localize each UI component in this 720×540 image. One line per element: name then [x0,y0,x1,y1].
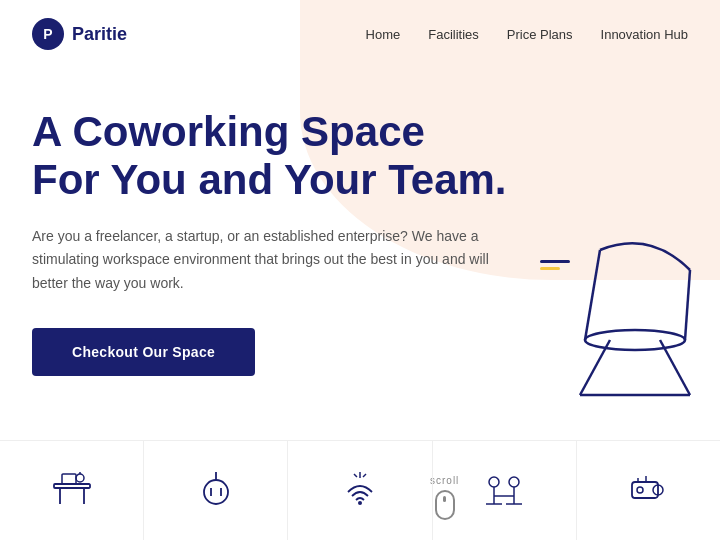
main-nav: Home Facilities Price Plans Innovation H… [366,27,688,42]
nav-home[interactable]: Home [366,27,401,42]
svg-rect-27 [632,482,658,498]
hero-section: A Coworking Space For You and Your Team.… [0,68,720,376]
feature-team [433,441,577,540]
power-icon [198,470,234,511]
wifi-icon [342,470,378,511]
desk-icon [52,470,92,511]
feature-strip [0,440,720,540]
feature-wifi [288,441,432,540]
svg-point-16 [358,501,362,505]
nav-facilities[interactable]: Facilities [428,27,479,42]
svg-line-19 [363,474,366,477]
svg-point-20 [489,477,499,487]
header: P Paritie Home Facilities Price Plans In… [0,0,720,68]
svg-point-21 [509,477,519,487]
feature-power [144,441,288,540]
svg-point-12 [204,480,228,504]
logo-icon: P [32,18,64,50]
feature-projector [577,441,720,540]
svg-point-10 [76,474,84,482]
feature-desk [0,441,144,540]
projector-icon [628,470,668,511]
hero-title: A Coworking Space For You and Your Team. [32,108,688,205]
svg-point-31 [637,487,643,493]
checkout-space-button[interactable]: Checkout Our Space [32,328,255,376]
brand-name: Paritie [72,24,127,45]
svg-line-18 [354,474,357,477]
team-icon [484,470,524,511]
nav-innovation-hub[interactable]: Innovation Hub [601,27,688,42]
hero-description: Are you a freelancer, a startup, or an e… [32,225,492,296]
nav-price-plans[interactable]: Price Plans [507,27,573,42]
svg-rect-9 [62,474,76,484]
logo[interactable]: P Paritie [32,18,127,50]
